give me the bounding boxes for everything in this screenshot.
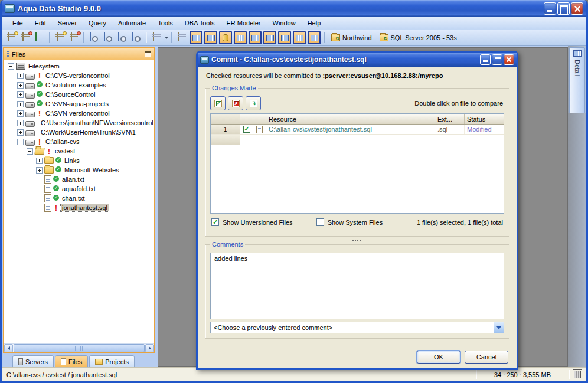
row-checkbox[interactable] (243, 126, 250, 133)
float-panel-icon[interactable] (145, 51, 151, 57)
menu-query[interactable]: Query (83, 18, 112, 28)
menu-file[interactable]: File (6, 18, 29, 28)
files-panel-header[interactable]: Files (4, 48, 154, 60)
tree-item[interactable]: C:\SVN-aqua-projects (4, 99, 154, 109)
column-status[interactable]: Status (465, 114, 504, 124)
view-database-toggle[interactable] (219, 31, 232, 44)
tree-item[interactable]: Microsoft Websites (4, 165, 154, 175)
row-resource[interactable]: C:\allan-cvs\cvstest\jonathantest.sql (266, 125, 435, 134)
collapse-icon[interactable] (8, 63, 14, 70)
connect-button[interactable] (53, 31, 66, 44)
collapse-icon[interactable] (17, 139, 24, 145)
tree-item[interactable]: chan.txt (4, 194, 154, 203)
disconnect-button[interactable] (67, 31, 80, 44)
chevron-down-icon[interactable] (494, 322, 504, 333)
query-window-2-button[interactable] (101, 31, 115, 44)
new-document-button[interactable] (149, 31, 163, 44)
tree-item[interactable]: Links (4, 156, 154, 165)
tree-item-selected[interactable]: jonathantest.sql (4, 203, 154, 212)
view-grid-toggle[interactable] (234, 31, 247, 44)
chart-view-icon (296, 35, 303, 41)
comment-textarea[interactable]: added lines (210, 253, 504, 319)
expand-icon[interactable] (17, 101, 24, 107)
expand-icon[interactable] (36, 167, 43, 174)
collapse-icon[interactable] (27, 148, 33, 155)
query-window-3-button[interactable] (115, 31, 129, 44)
menu-tools[interactable]: Tools (152, 18, 179, 28)
table-row[interactable]: 1 C:\allan-cvs\cvstest\jonathantest.sql … (211, 125, 504, 135)
menu-server[interactable]: Server (52, 18, 83, 28)
show-system-checkbox[interactable] (316, 218, 324, 226)
connection-sqlserver[interactable]: SQL Server 2005 - 53s (376, 33, 460, 42)
new-document-dropdown-icon[interactable] (165, 37, 168, 39)
register-server-button[interactable] (4, 31, 18, 44)
tab-detail[interactable]: Detail (569, 47, 585, 113)
close-button[interactable] (571, 2, 583, 15)
minimize-button[interactable] (544, 2, 556, 15)
tree-item[interactable]: cvstest (4, 146, 154, 156)
column-ext[interactable]: Ext... (435, 114, 465, 124)
dialog-maximize-button[interactable] (492, 54, 502, 65)
horizontal-scrollbar[interactable] (4, 343, 154, 352)
show-unversioned-label[interactable]: Show Unversioned Files (223, 219, 293, 226)
cancel-button[interactable]: Cancel (465, 351, 508, 364)
drag-grip-icon[interactable] (7, 51, 9, 58)
query-window-4-button[interactable] (129, 31, 143, 44)
tab-files[interactable]: Files (55, 355, 88, 367)
maximize-button[interactable] (557, 2, 570, 15)
remove-server-button[interactable] (18, 31, 32, 44)
expand-icon[interactable] (17, 73, 24, 79)
invert-selection-button[interactable]: ↴ (246, 96, 261, 110)
expand-icon[interactable] (17, 82, 24, 89)
menu-edit[interactable]: Edit (29, 18, 52, 28)
view-pivot-toggle[interactable] (249, 31, 262, 44)
server-grid-button[interactable] (32, 31, 46, 44)
tree-item[interactable]: aquafold.txt (4, 184, 154, 194)
previous-comment-combo[interactable]: <Choose a previously entered comment> (210, 322, 504, 333)
view-form-toggle[interactable] (204, 31, 217, 44)
show-system-label[interactable]: Show System Files (328, 219, 383, 226)
view-table-toggle[interactable] (190, 31, 202, 44)
scrollbar-thumb[interactable] (14, 344, 145, 352)
menu-window[interactable]: Window (267, 18, 302, 28)
tree-item[interactable]: C:\solution-examples (4, 80, 154, 90)
view-list-toggle[interactable] (263, 31, 276, 44)
query-analyzer-button[interactable] (87, 31, 100, 44)
schema-browser-button[interactable] (175, 31, 188, 44)
tree-item[interactable]: C:\Users\jonathan\NEWversionscontrol (4, 118, 154, 127)
dialog-minimize-button[interactable] (480, 54, 491, 65)
tree-item[interactable]: allan.txt (4, 175, 154, 184)
ok-button[interactable]: OK (417, 351, 460, 364)
tree-item[interactable]: C:\SourceControl (4, 90, 154, 99)
expand-icon[interactable] (17, 110, 24, 117)
dialog-close-button[interactable] (504, 54, 514, 65)
alert-overlay-icon (37, 72, 43, 79)
tree-item[interactable]: C:\SVN-versioncontrol (4, 109, 154, 118)
expand-icon[interactable] (17, 129, 24, 136)
tree-item-filesystem[interactable]: Filesystem (4, 61, 154, 71)
tree-item[interactable]: C:\allan-cvs (4, 137, 154, 146)
connection-northwind[interactable]: Northwind (328, 33, 375, 42)
menu-dba-tools[interactable]: DBA Tools (179, 18, 221, 28)
tree-item[interactable]: C:\CVS-versioncontrol (4, 71, 154, 80)
expand-icon[interactable] (36, 158, 43, 164)
menu-er-modeler[interactable]: ER Modeler (220, 18, 266, 28)
scroll-right-icon[interactable] (145, 344, 154, 352)
trash-button[interactable] (571, 371, 584, 378)
splitter-handle[interactable] (205, 237, 509, 244)
show-unversioned-checkbox[interactable] (211, 218, 219, 226)
scroll-left-icon[interactable] (4, 344, 13, 352)
expand-icon[interactable] (17, 120, 24, 126)
view-sheet-toggle[interactable] (308, 31, 321, 44)
view-chart-toggle[interactable] (293, 31, 306, 44)
deselect-all-button[interactable]: ✗ (228, 96, 243, 110)
expand-icon[interactable] (17, 91, 24, 98)
select-all-button[interactable]: ✓ (210, 96, 226, 110)
tab-projects[interactable]: Projects (89, 355, 135, 367)
tab-servers[interactable]: Servers (12, 355, 54, 367)
menu-automate[interactable]: Automate (112, 18, 152, 28)
column-resource[interactable]: Resource (266, 114, 435, 124)
tree-item[interactable]: C:\Work\UserHome\Trunk\SVN\1 (4, 127, 154, 137)
menu-help[interactable]: Help (302, 18, 327, 28)
view-er-toggle[interactable] (278, 31, 291, 44)
